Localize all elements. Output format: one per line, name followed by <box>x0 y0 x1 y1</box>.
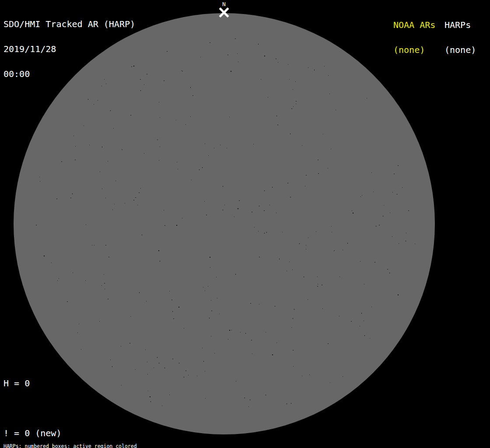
footnote-block: HARPs: numbered boxes; active region col… <box>4 433 179 448</box>
harps-label: HARPs <box>444 21 476 29</box>
north-label: N <box>219 1 229 7</box>
harp-count: H = 0 <box>4 379 104 388</box>
harps-value: (none) <box>444 46 476 54</box>
noaa-ars-label: NOAA ARs <box>393 21 435 29</box>
image-title: SDO/HMI Tracked AR (HARP) <box>4 20 135 28</box>
image-time: 00:00 <box>4 70 135 78</box>
noaa-ars-column: NOAA ARs (none) <box>393 4 435 71</box>
caption-harps: HARPs: numbered boxes; active region col… <box>4 444 179 448</box>
image-date: 2019/11/28 <box>4 45 135 53</box>
harps-column: HARPs (none) <box>444 4 476 71</box>
title-block: SDO/HMI Tracked AR (HARP) 2019/11/28 00:… <box>4 4 135 95</box>
north-cross-icon <box>220 8 228 17</box>
legend-spacer <box>4 404 104 413</box>
harp-frame: N SDO/HMI Tracked AR (HARP) 2019/11/28 0… <box>0 0 490 448</box>
noaa-ars-value: (none) <box>393 46 435 54</box>
